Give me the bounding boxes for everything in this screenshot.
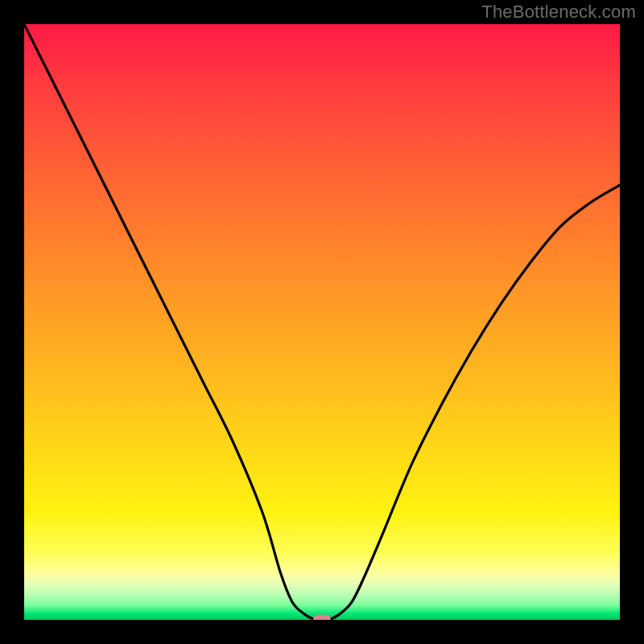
minimum-marker (314, 615, 331, 620)
curve-svg (24, 24, 620, 620)
watermark: TheBottleneck.com (481, 2, 636, 23)
bottleneck-curve (24, 24, 620, 620)
chart-container: TheBottleneck.com (0, 0, 644, 644)
plot-area (24, 24, 620, 620)
